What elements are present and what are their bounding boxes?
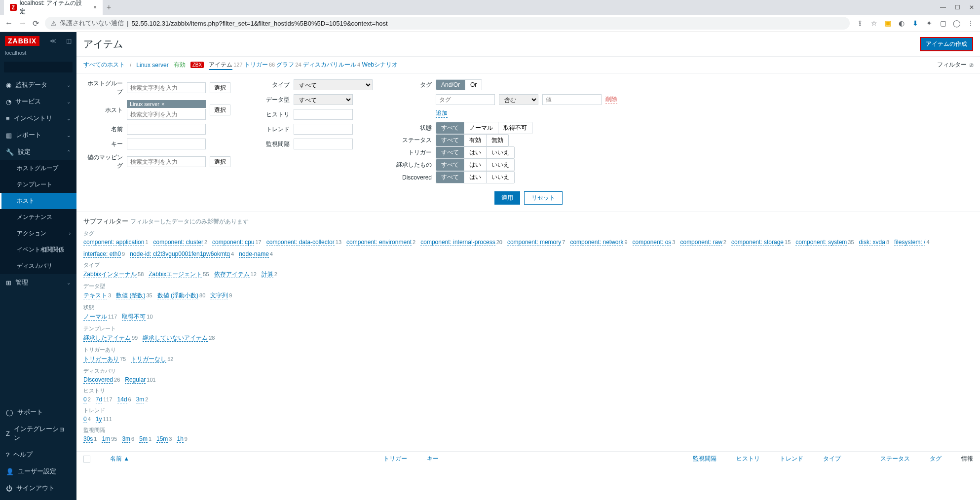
hostgroup-select-button[interactable]: 選択 bbox=[210, 82, 230, 93]
subfilter-link[interactable]: 1h bbox=[177, 435, 183, 443]
sidebar-subitem[interactable]: メンテナンス bbox=[0, 209, 76, 225]
close-window-icon[interactable]: ✕ bbox=[969, 4, 974, 11]
apply-button[interactable]: 適用 bbox=[494, 191, 520, 205]
subfilter-link[interactable]: component: internal-process bbox=[420, 239, 495, 246]
inherited-option[interactable]: すべて bbox=[436, 159, 464, 171]
sidebar-subitem[interactable]: イベント相関関係 bbox=[0, 242, 76, 258]
hide-icon[interactable]: ◫ bbox=[66, 37, 72, 44]
inherited-option[interactable]: はい bbox=[464, 159, 487, 171]
subfilter-link[interactable]: 依存アイテム bbox=[214, 271, 250, 278]
all-hosts-link[interactable]: すべてのホスト bbox=[83, 61, 125, 69]
subfilter-link[interactable]: component: cpu bbox=[212, 239, 254, 246]
col-history[interactable]: ヒストリ bbox=[736, 455, 760, 463]
sidebar-bottom-item[interactable]: ◯サポート bbox=[0, 404, 76, 421]
state-option[interactable]: すべて bbox=[436, 122, 464, 134]
sidebar-item[interactable]: ◉監視データ⌄ bbox=[0, 76, 76, 93]
tab-link[interactable]: Webシナリオ bbox=[362, 61, 398, 68]
col-name[interactable]: 名前 ▲ bbox=[110, 455, 129, 463]
tab-link[interactable]: アイテム bbox=[209, 61, 232, 70]
sidebar-bottom-item[interactable]: Zインテグレーション bbox=[0, 421, 76, 446]
puzzle-icon[interactable]: ✦ bbox=[925, 19, 934, 28]
tag-op-select[interactable]: 含む bbox=[499, 94, 538, 105]
subfilter-link[interactable]: 1m bbox=[102, 435, 110, 443]
share-icon[interactable]: ⇪ bbox=[856, 19, 865, 28]
col-tag[interactable]: タグ bbox=[930, 455, 942, 463]
name-input[interactable] bbox=[127, 124, 206, 135]
col-status[interactable]: ステータス bbox=[880, 455, 910, 463]
sidebar-item[interactable]: 🔧設定⌃ bbox=[0, 143, 76, 160]
tag-value-input[interactable] bbox=[542, 94, 602, 105]
panel-icon[interactable]: ▢ bbox=[939, 19, 947, 28]
back-icon[interactable]: ← bbox=[5, 19, 13, 28]
subfilter-link[interactable]: 3m bbox=[122, 435, 130, 443]
history-input[interactable] bbox=[294, 109, 353, 120]
sidebar-item[interactable]: ◔サービス⌄ bbox=[0, 93, 76, 110]
subfilter-link[interactable]: 取得不可 bbox=[122, 313, 146, 321]
host-chip[interactable]: Linux server× bbox=[127, 100, 206, 108]
sidebar-item[interactable]: ⊞管理⌄ bbox=[0, 274, 76, 291]
discovered-option[interactable]: いいえ bbox=[487, 172, 514, 183]
discovered-option[interactable]: はい bbox=[464, 172, 487, 183]
subfilter-link[interactable]: 15m bbox=[156, 435, 168, 443]
minimize-icon[interactable]: — bbox=[940, 4, 946, 11]
tab-link[interactable]: グラフ bbox=[276, 61, 294, 68]
inherited-option[interactable]: いいえ bbox=[487, 159, 514, 171]
subfilter-link[interactable]: 7d bbox=[96, 396, 102, 403]
subfilter-link[interactable]: component: network bbox=[570, 239, 623, 246]
url-field[interactable]: ⚠ 保護されていない通信 | 52.55.102.31/zabbix/items… bbox=[45, 17, 850, 30]
subfilter-link[interactable]: node-name bbox=[239, 250, 269, 258]
host-input[interactable] bbox=[127, 109, 206, 120]
sidebar-subitem[interactable]: ホストグループ bbox=[0, 160, 76, 177]
create-item-button[interactable]: アイテムの作成 bbox=[920, 37, 973, 51]
subfilter-link[interactable]: component: os bbox=[633, 239, 672, 246]
subfilter-link[interactable]: 継承していないアイテム bbox=[143, 334, 208, 342]
profile-icon[interactable]: ◯ bbox=[952, 19, 961, 28]
infotype-select[interactable]: すべて bbox=[294, 94, 353, 105]
logo[interactable]: ZABBIX bbox=[5, 36, 39, 46]
subfilter-link[interactable]: テキスト bbox=[83, 292, 107, 299]
valuemap-select-button[interactable]: 選択 bbox=[210, 156, 230, 167]
status-option[interactable]: 無効 bbox=[487, 135, 508, 146]
subfilter-link[interactable]: Regular bbox=[125, 376, 146, 384]
col-trend[interactable]: トレンド bbox=[780, 455, 803, 463]
subfilter-link[interactable]: 30s bbox=[83, 435, 93, 443]
host-select-button[interactable]: 選択 bbox=[210, 105, 230, 115]
new-tab-button[interactable]: + bbox=[107, 3, 111, 12]
subfilter-link[interactable]: 5m bbox=[139, 435, 148, 443]
subfilter-link[interactable]: component: application bbox=[83, 239, 144, 246]
subfilter-link[interactable]: component: system bbox=[795, 239, 847, 246]
subfilter-link[interactable]: 数値 (整数) bbox=[116, 292, 145, 299]
tag-add-link[interactable]: 追加 bbox=[436, 109, 448, 118]
subfilter-link[interactable]: component: raw bbox=[680, 239, 722, 246]
subfilter-link[interactable]: Discovered bbox=[83, 376, 113, 384]
maximize-icon[interactable]: ☐ bbox=[955, 4, 960, 11]
remove-icon[interactable]: × bbox=[161, 101, 164, 107]
tag-name-input[interactable] bbox=[436, 94, 495, 105]
sidebar-bottom-item[interactable]: ?ヘルプ bbox=[0, 446, 76, 463]
sidebar-subitem[interactable]: テンプレート bbox=[0, 177, 76, 193]
subfilter-link[interactable]: Zabbixインターナル bbox=[83, 271, 137, 278]
menu-icon[interactable]: ⋮ bbox=[966, 19, 975, 28]
subfilter-link[interactable]: ノーマル bbox=[83, 313, 107, 321]
select-all-checkbox[interactable] bbox=[83, 456, 90, 463]
download-icon[interactable]: ⬇ bbox=[911, 19, 920, 28]
sidebar-subitem[interactable]: ディスカバリ bbox=[0, 258, 76, 274]
subfilter-link[interactable]: component: memory bbox=[507, 239, 561, 246]
subfilter-link[interactable]: 1y bbox=[96, 416, 102, 423]
reset-button[interactable]: リセット bbox=[524, 191, 563, 205]
subfilter-link[interactable]: disk: xvda bbox=[859, 239, 885, 246]
key-input[interactable] bbox=[127, 139, 206, 149]
tag-delete-link[interactable]: 削除 bbox=[605, 95, 617, 104]
reload-icon[interactable]: ⟳ bbox=[33, 19, 39, 28]
host-link[interactable]: Linux server bbox=[136, 62, 168, 69]
subfilter-link[interactable]: node-id: cl2t3vgup0001fen1pw6okmtq bbox=[130, 250, 230, 258]
subfilter-link[interactable]: 0 bbox=[83, 396, 87, 403]
sidebar-subitem[interactable]: ホスト bbox=[0, 193, 76, 209]
search-box[interactable]: 🔍 bbox=[4, 62, 73, 72]
state-option[interactable]: 取得不可 bbox=[498, 122, 532, 134]
subfilter-link[interactable]: トリガーあり bbox=[83, 356, 119, 363]
col-key[interactable]: キー bbox=[427, 455, 439, 463]
trend-input[interactable] bbox=[294, 124, 353, 135]
extension-icon[interactable]: ◐ bbox=[897, 19, 906, 28]
collapse-icon[interactable]: ≪ bbox=[50, 37, 56, 44]
